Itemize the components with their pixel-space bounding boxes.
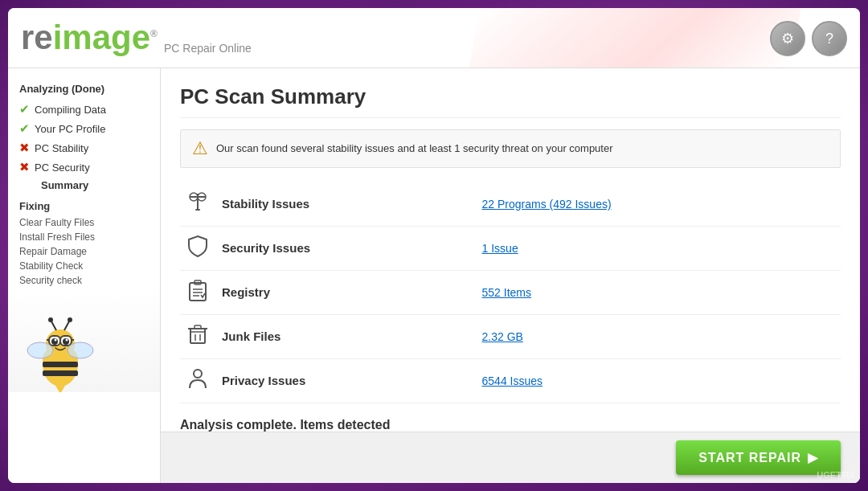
help-icon: ? (825, 31, 833, 47)
privacy-name-cell: Privacy Issues (215, 359, 476, 403)
panel-footer: START REPAIR ▶ (161, 432, 860, 483)
sidebar-item-compiling[interactable]: ✔ Compiling Data (8, 100, 160, 119)
stability-icon-cell (180, 182, 215, 227)
sidebar-item-pc-profile[interactable]: ✔ Your PC Profile (8, 119, 160, 138)
svg-point-20 (27, 342, 53, 358)
scan-content: PC Scan Summary ⚠ Our scan found several… (161, 68, 860, 432)
stability-label: Stability Issues (222, 197, 309, 211)
issues-table: Stability Issues 22 Programs (492 Issues… (180, 182, 841, 403)
issue-row-junk: Junk Files 2.32 GB (180, 315, 841, 359)
stability-name-cell: Stability Issues (215, 182, 476, 227)
sidebar-fix-install-fresh[interactable]: Install Fresh Files (8, 230, 160, 244)
stability-scales-icon (186, 190, 209, 213)
sidebar-pcstability-label: PC Stability (35, 142, 88, 154)
check-red-icon: ✖ (19, 141, 30, 155)
scan-title: PC Scan Summary (180, 84, 841, 118)
logo-reg: ® (150, 28, 158, 39)
logo-area: reimage® PC Repair Online (21, 21, 252, 55)
svg-rect-35 (190, 329, 205, 343)
warning-box: ⚠ Our scan found several stability issue… (180, 129, 841, 168)
svg-line-18 (64, 321, 69, 330)
fixing-title: Fixing (8, 194, 160, 215)
watermark: UGETFIX (817, 470, 855, 480)
sidebar-item-pc-stability[interactable]: ✖ PC Stability (8, 138, 160, 158)
logo-tagline: PC Repair Online (164, 42, 252, 55)
svg-point-9 (55, 339, 57, 342)
sidebar-item-pc-security[interactable]: ✖ PC Security (8, 158, 160, 177)
svg-rect-2 (43, 362, 78, 367)
play-icon: ▶ (808, 450, 818, 465)
main-panel: PC Scan Summary ⚠ Our scan found several… (161, 68, 860, 483)
security-name-cell: Security Issues (215, 227, 476, 271)
svg-point-21 (68, 342, 93, 358)
junk-label: Junk Files (222, 329, 280, 343)
issue-row-registry: Registry 552 Items (180, 271, 841, 315)
check-red-icon-2: ✖ (19, 160, 30, 174)
sidebar-fix-repair-damage[interactable]: Repair Damage (8, 244, 160, 259)
warning-icon: ⚠ (192, 138, 208, 159)
analysis-complete: Analysis complete. Items detected (180, 418, 841, 432)
sidebar: Analyzing (Done) ✔ Compiling Data ✔ Your… (8, 68, 161, 483)
content-area: Analyzing (Done) ✔ Compiling Data ✔ Your… (8, 68, 860, 483)
registry-name-cell: Registry (215, 271, 476, 315)
privacy-person-icon (187, 367, 208, 390)
svg-rect-3 (43, 370, 78, 376)
mascot-bee (24, 304, 96, 392)
header-icons: ⚙ ? (770, 21, 847, 56)
registry-clipboard-icon (187, 279, 208, 301)
warning-text: Our scan found several stability issues … (216, 141, 613, 156)
junk-value[interactable]: 2.32 GB (482, 330, 523, 343)
svg-line-16 (51, 321, 56, 330)
svg-rect-30 (190, 283, 206, 301)
svg-point-17 (48, 317, 53, 322)
sidebar-fix-security-check[interactable]: Security check (8, 273, 160, 288)
privacy-icon-cell (180, 359, 215, 403)
sidebar-compiling-label: Compiling Data (35, 104, 106, 116)
junk-icon-cell (180, 315, 215, 359)
junk-value-cell[interactable]: 2.32 GB (476, 315, 841, 359)
logo-re: re (21, 18, 53, 56)
registry-icon-cell (180, 271, 215, 315)
registry-label: Registry (222, 285, 270, 299)
svg-point-41 (194, 370, 202, 378)
svg-rect-29 (195, 209, 200, 211)
help-button[interactable]: ? (812, 21, 847, 56)
sidebar-fix-stability-check[interactable]: Stability Check (8, 259, 160, 273)
sidebar-summary-label: Summary (41, 179, 88, 191)
check-green-icon-2: ✔ (19, 121, 30, 136)
sidebar-fix-clear-faulty[interactable]: Clear Faulty Files (8, 215, 160, 230)
issue-row-stability: Stability Issues 22 Programs (492 Issues… (180, 182, 841, 227)
stability-value-cell[interactable]: 22 Programs (492 Issues) (476, 182, 841, 227)
privacy-label: Privacy Issues (222, 374, 305, 387)
junk-trash-icon (187, 323, 208, 346)
analyzing-title: Analyzing (Done) (8, 78, 160, 100)
issue-row-security: Security Issues 1 Issue (180, 227, 841, 271)
svg-rect-40 (194, 325, 201, 329)
security-label: Security Issues (222, 241, 310, 255)
logo-image: image (53, 18, 150, 56)
svg-point-19 (68, 317, 72, 322)
app-window: reimage® PC Repair Online ⚙ ? Analyzing … (8, 8, 860, 483)
tools-button[interactable]: ⚙ (770, 21, 805, 56)
logo-text: reimage® (21, 21, 158, 55)
privacy-value[interactable]: 6544 Issues (482, 374, 543, 387)
registry-value-cell[interactable]: 552 Items (476, 271, 841, 315)
svg-point-10 (66, 339, 68, 342)
start-repair-button[interactable]: START REPAIR ▶ (676, 440, 841, 475)
check-green-icon: ✔ (19, 102, 30, 117)
registry-value[interactable]: 552 Items (482, 286, 531, 299)
sidebar-pcsecurity-label: PC Security (35, 162, 90, 174)
sidebar-pcprofile-label: Your PC Profile (35, 123, 105, 135)
security-value-cell[interactable]: 1 Issue (476, 227, 841, 271)
security-icon-cell (180, 227, 215, 271)
sidebar-item-summary[interactable]: Summary (8, 177, 160, 194)
stability-value[interactable]: 22 Programs (492 Issues) (482, 198, 612, 211)
issue-row-privacy: Privacy Issues 6544 Issues (180, 359, 841, 403)
tools-icon: ⚙ (781, 30, 794, 47)
security-shield-icon (187, 235, 208, 257)
header: reimage® PC Repair Online ⚙ ? (8, 8, 860, 68)
mascot-area (8, 288, 160, 392)
security-value[interactable]: 1 Issue (482, 242, 518, 255)
junk-name-cell: Junk Files (215, 315, 476, 359)
privacy-value-cell[interactable]: 6544 Issues (476, 359, 841, 403)
